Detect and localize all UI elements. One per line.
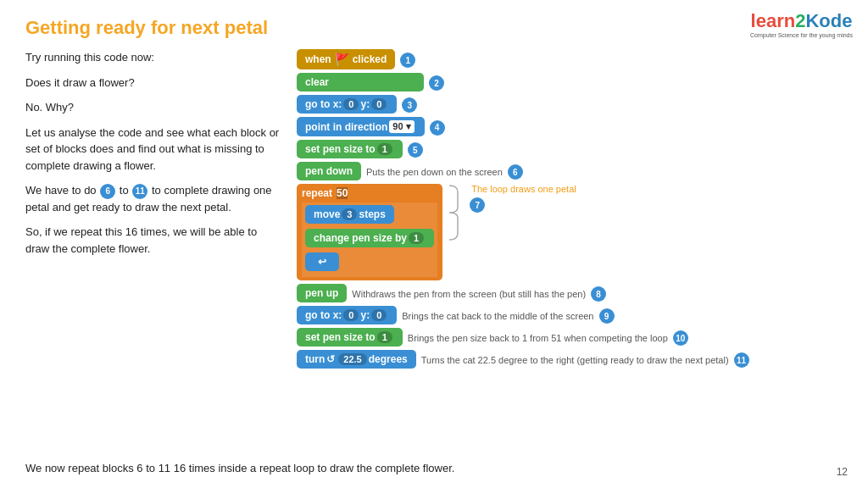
set-pen-label: set pen size to bbox=[305, 143, 376, 155]
block-goto: go to x: 0 y: 0 bbox=[297, 95, 397, 114]
block-row-1: when 🚩 clicked 1 bbox=[297, 49, 843, 71]
goto2-y-label: y: bbox=[360, 309, 370, 321]
num-badge-9: 9 bbox=[599, 308, 615, 324]
page: learn2Kode Computer Science for the youn… bbox=[0, 0, 868, 488]
block-row-pen-up: pen up Withdraws the pen from the screen… bbox=[297, 284, 843, 304]
degrees-label: degrees bbox=[369, 353, 408, 365]
goto2-label: go to x: bbox=[305, 309, 342, 321]
num-badge-4: 4 bbox=[430, 120, 445, 136]
logo-2: 2 bbox=[795, 10, 805, 31]
turn-label: turn bbox=[305, 353, 325, 365]
point-label: point in direction bbox=[305, 121, 387, 133]
block-row-6: pen down Puts the pen down on the screen… bbox=[297, 162, 843, 182]
block-set-pen2: set pen size to 1 bbox=[297, 328, 403, 347]
num-badge-3: 3 bbox=[402, 97, 417, 113]
repeat-block: repeat 50 move 3 steps bbox=[297, 184, 442, 280]
num-badge-8: 8 bbox=[591, 286, 606, 302]
block-row-turn: turn ↺ 22.5 degrees Turns the cat 22.5 d… bbox=[297, 350, 843, 370]
block-row-3: go to x: 0 y: 0 3 bbox=[297, 95, 843, 115]
direction-dropdown[interactable]: 90 ▾ bbox=[389, 120, 414, 133]
para-4: Let us analyse the code and see what eac… bbox=[25, 125, 280, 175]
goto-x-val: 0 bbox=[343, 98, 359, 110]
loop-annotation: The loop draws one petal bbox=[471, 184, 576, 194]
block-turn-inner: ↩ bbox=[305, 252, 339, 271]
pen-up-annotation: Withdraws the pen from the screen (but s… bbox=[352, 289, 586, 299]
turn-arrow-icon: ↩ bbox=[318, 256, 326, 268]
goto-label: go to x: bbox=[305, 98, 342, 110]
block-pen-up: pen up bbox=[297, 284, 347, 302]
pen-down-label: pen down bbox=[305, 165, 353, 177]
block-row-4: point in direction 90 ▾ 4 bbox=[297, 117, 843, 138]
set-pen2-annotation: Brings the pen size back to 1 from 51 wh… bbox=[408, 333, 668, 343]
repeat-header: repeat 50 bbox=[302, 187, 437, 199]
block-row-2: clear 2 bbox=[297, 73, 843, 93]
bottom-text-pre: We now repeat blocks bbox=[25, 462, 134, 474]
pen-size-val: 1 bbox=[377, 143, 392, 155]
left-text-panel: Try running this code now: Does it draw … bbox=[25, 49, 280, 372]
pen-down-annotation: Puts the pen down on the screen bbox=[366, 167, 503, 177]
flag-icon: 🚩 bbox=[335, 53, 349, 66]
bottom-text: We now repeat blocks 6 to 11 16 times in… bbox=[25, 462, 454, 474]
block-row-repeat: repeat 50 move 3 steps bbox=[297, 184, 843, 282]
change-pen-label: change pen size by bbox=[314, 232, 407, 244]
page-number: 12 bbox=[837, 466, 848, 478]
block-clear: clear bbox=[297, 73, 424, 92]
bottom-to-label: to bbox=[146, 462, 158, 474]
page-title: Getting ready for next petal bbox=[25, 17, 843, 39]
logo-subtitle: Computer Science for the young minds bbox=[750, 32, 853, 38]
block-turn: turn ↺ 22.5 degrees bbox=[297, 350, 416, 369]
badge-11-inline: 11 bbox=[132, 184, 147, 199]
block-set-pen-size: set pen size to 1 bbox=[297, 140, 403, 158]
blocks-panel: when 🚩 clicked 1 clear 2 go to x: 0 y: bbox=[297, 49, 843, 372]
block-row-turn-inner: ↩ bbox=[305, 252, 434, 273]
repeat-val: 50 bbox=[337, 187, 348, 199]
change-pen-val: 1 bbox=[409, 232, 424, 244]
block-change-pen: change pen size by 1 bbox=[305, 229, 434, 247]
block-when-clicked: when 🚩 clicked bbox=[297, 49, 395, 69]
badge-6-inline: 6 bbox=[100, 184, 115, 199]
repeat-inner: move 3 steps change pen size by 1 bbox=[302, 202, 437, 277]
move-val: 3 bbox=[342, 208, 357, 220]
when-label: when bbox=[305, 53, 331, 65]
main-content: Try running this code now: Does it draw … bbox=[25, 49, 843, 372]
bottom-badge-11: 11 bbox=[159, 462, 170, 474]
num-badge-10: 10 bbox=[673, 330, 688, 346]
num-badge-2: 2 bbox=[429, 75, 444, 91]
repeat-label: repeat bbox=[302, 187, 332, 199]
block-row-5: set pen size to 1 5 bbox=[297, 140, 843, 160]
para-6: So, if we repeat this 16 times, we will … bbox=[25, 224, 280, 257]
set-pen2-label: set pen size to bbox=[305, 331, 376, 343]
logo-learn: learn bbox=[751, 10, 796, 31]
para-3: No. Why? bbox=[25, 99, 280, 116]
block-row-set-pen2: set pen size to 1 Brings the pen size ba… bbox=[297, 328, 843, 348]
logo: learn2Kode Computer Science for the youn… bbox=[750, 10, 853, 38]
goto-y-val: 0 bbox=[371, 98, 387, 110]
num-badge-6: 6 bbox=[508, 164, 523, 180]
steps-label: steps bbox=[359, 208, 385, 220]
pen-up-label: pen up bbox=[305, 287, 338, 299]
block-row-move: move 3 steps bbox=[305, 205, 434, 225]
block-row-change-pen: change pen size by 1 bbox=[305, 229, 434, 249]
clicked-label: clicked bbox=[353, 53, 387, 65]
move-label: move bbox=[314, 208, 340, 220]
goto2-y-val: 0 bbox=[371, 309, 387, 321]
para-2: Does it draw a flower? bbox=[25, 75, 280, 92]
goto2-annotation: Brings the cat back to the middle of the… bbox=[402, 311, 593, 321]
block-point-direction: point in direction 90 ▾ bbox=[297, 117, 425, 136]
block-move: move 3 steps bbox=[305, 205, 394, 224]
loop-brace bbox=[446, 184, 461, 241]
turn-arrow-icon2: ↺ bbox=[326, 353, 335, 365]
para-1: Try running this code now: bbox=[25, 49, 280, 66]
block-goto2: go to x: 0 y: 0 bbox=[297, 306, 397, 324]
num-badge-7: 7 bbox=[470, 197, 485, 213]
clear-label: clear bbox=[305, 76, 329, 88]
turn-val: 22.5 bbox=[338, 353, 366, 365]
turn-annotation: Turns the cat 22.5 degree to the right (… bbox=[421, 355, 729, 365]
goto2-x-val: 0 bbox=[343, 309, 359, 321]
goto-y-label: y: bbox=[360, 98, 370, 110]
num-badge-5: 5 bbox=[408, 142, 423, 158]
num-badge-11: 11 bbox=[734, 352, 749, 368]
para-5: We have to do 6 to 11 to complete drawin… bbox=[25, 182, 280, 215]
num-badge-1: 1 bbox=[400, 53, 415, 68]
block-row-goto2: go to x: 0 y: 0 Brings the cat back to t… bbox=[297, 306, 843, 326]
